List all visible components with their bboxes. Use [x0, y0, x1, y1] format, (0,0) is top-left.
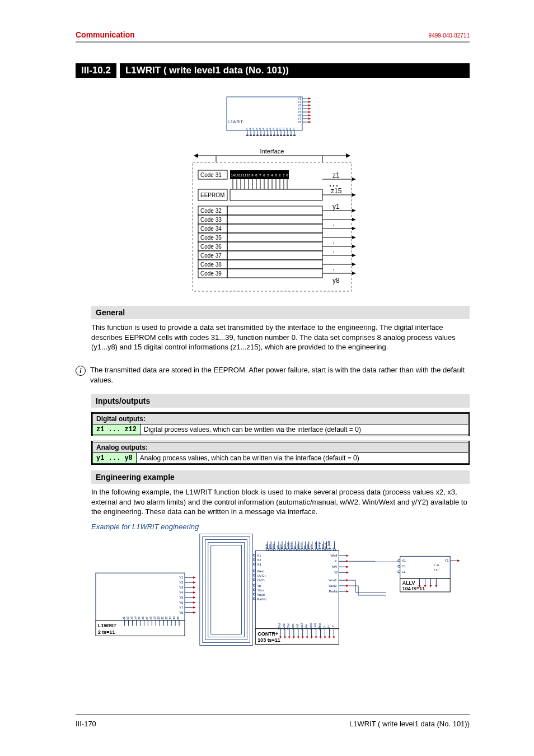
svg-text:y8: y8	[332, 277, 340, 284]
svg-point-138	[333, 225, 334, 226]
header-rule	[76, 41, 470, 43]
svg-text:sdohi: sdohi	[314, 623, 317, 630]
svg-text:Code 38: Code 38	[200, 262, 222, 268]
svg-text:z1: z1	[332, 171, 340, 179]
svg-marker-132	[352, 218, 356, 221]
svg-text:Yp: Yp	[257, 584, 261, 587]
svg-marker-148	[352, 245, 356, 248]
svg-point-118	[336, 185, 338, 186]
svg-marker-28	[250, 135, 252, 136]
svg-text:Yout2: Yout2	[328, 584, 337, 587]
general-paragraph-2: The transmitted data are stored in the E…	[90, 365, 470, 385]
svg-text:103 ts=11: 103 ts=11	[257, 637, 280, 643]
svg-point-384	[398, 571, 400, 573]
svg-text:Code 34: Code 34	[200, 226, 222, 232]
svg-point-254	[253, 598, 255, 600]
svg-text:z5: z5	[259, 127, 261, 130]
svg-marker-329	[346, 579, 349, 581]
section-number: III-10.2	[76, 63, 116, 78]
svg-text:z2: z2	[249, 127, 251, 130]
header-docnum: 9499-040-82711	[429, 32, 470, 39]
svg-text:X2: X2	[257, 558, 261, 562]
footer-page: III-170	[76, 720, 96, 728]
fb-name: L1WRIT	[228, 120, 243, 124]
svg-text:X1fail: X1fail	[278, 623, 281, 629]
svg-marker-326	[346, 571, 349, 573]
svg-text:z10: z10	[275, 127, 278, 131]
svg-text:z7: z7	[146, 617, 148, 619]
svg-text:sdes: sdes	[292, 623, 294, 629]
svg-text:Code 33: Code 33	[200, 217, 222, 223]
svg-marker-50	[287, 135, 289, 136]
svg-marker-38	[266, 135, 269, 136]
svg-text:ParNo: ParNo	[329, 590, 339, 593]
svg-marker-12	[308, 108, 311, 110]
general-paragraph-1: This function is used to provide a data …	[91, 323, 470, 352]
svg-rect-158	[227, 260, 322, 269]
svg-marker-174	[193, 576, 196, 578]
svg-text:y1: y1	[332, 203, 340, 211]
svg-text:y-: y-	[323, 625, 326, 627]
svg-text:Yout1: Yout1	[328, 578, 337, 582]
svg-text:X1: X1	[402, 559, 406, 562]
svg-rect-227	[203, 537, 250, 643]
svg-text:sdm/a: sdm/a	[318, 623, 321, 631]
svg-marker-126	[352, 209, 356, 212]
svg-marker-40	[270, 135, 272, 136]
svg-text:r.-n: r.-n	[434, 563, 439, 567]
svg-text:z14: z14	[289, 127, 292, 131]
svg-marker-332	[346, 585, 349, 587]
svg-point-155	[333, 251, 334, 253]
svg-marker-30	[253, 135, 255, 136]
svg-rect-141	[227, 233, 322, 242]
svg-text:Code 35: Code 35	[200, 235, 222, 241]
svg-text:Y7: Y7	[179, 606, 184, 609]
svg-text:OVC+: OVC+	[257, 574, 266, 577]
svg-text:Y3: Y3	[179, 586, 184, 589]
svg-point-246	[253, 558, 255, 561]
svg-rect-130	[227, 215, 322, 224]
svg-text:sdy2: sdy2	[296, 623, 299, 629]
svg-marker-165	[352, 272, 356, 275]
svg-marker-195	[193, 612, 196, 614]
svg-marker-186	[193, 596, 196, 599]
svg-text:Wext: Wext	[257, 570, 265, 573]
svg-text:104 ts=11: 104 ts=11	[402, 586, 425, 591]
svg-marker-177	[193, 581, 196, 584]
svg-rect-163	[227, 269, 322, 278]
svg-rect-230	[211, 545, 242, 634]
svg-rect-124	[227, 206, 322, 215]
general-section: General This function is used to provide…	[91, 306, 470, 352]
svg-point-247	[253, 563, 255, 565]
svg-text:H1: H1	[402, 564, 406, 568]
svg-rect-112	[230, 189, 322, 200]
digital-outputs-table: Digital outputs: z1 ... z12 Digital proc…	[91, 412, 470, 436]
svg-rect-226	[200, 534, 252, 646]
footer-title: L1WRIT ( write level1 data (No. 101))	[349, 720, 470, 728]
engineering-section: Engineering example In the following exa…	[91, 470, 470, 531]
block-diagram: Interface Code 31 141312 11109 876 543 2…	[188, 146, 356, 296]
svg-marker-44	[277, 135, 279, 136]
footer-rule	[76, 714, 470, 715]
svg-point-253	[253, 593, 255, 595]
svg-marker-15	[308, 111, 311, 113]
svg-text:Y2: Y2	[179, 581, 184, 584]
svg-text:sdw2: sdw2	[301, 623, 303, 630]
svg-text:z3: z3	[252, 127, 255, 130]
page-footer: III-170 L1WRIT ( write level1 data (No. …	[76, 720, 470, 728]
svg-point-245	[253, 554, 255, 556]
analog-outputs-table: Analog outputs: y1 ... y8 Analog process…	[91, 441, 470, 465]
svg-marker-72	[346, 153, 350, 158]
svg-marker-137	[352, 227, 356, 230]
svg-marker-3	[308, 97, 311, 100]
svg-marker-320	[346, 560, 349, 562]
svg-text:z11: z11	[161, 616, 164, 620]
svg-point-166	[333, 269, 334, 270]
svg-rect-229	[208, 543, 245, 637]
svg-text:Code 32: Code 32	[200, 208, 222, 214]
svg-text:Y8: Y8	[179, 611, 184, 614]
svg-rect-0	[227, 97, 302, 130]
svg-text:X: X	[334, 559, 336, 563]
info-icon: i	[76, 366, 86, 376]
svg-rect-152	[227, 251, 322, 260]
